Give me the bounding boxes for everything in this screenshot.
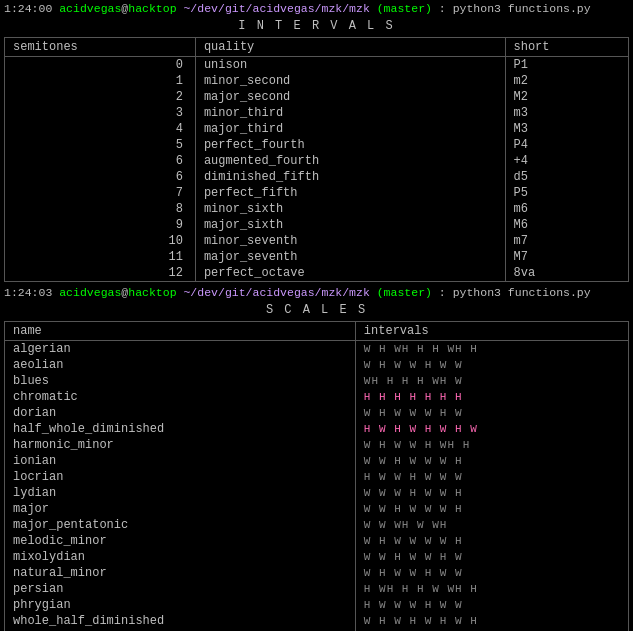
quality-cell: perfect_octave — [195, 265, 505, 281]
intervals-table: semitones quality short 0 unison P1 1 mi… — [5, 38, 628, 281]
semitones-cell: 8 — [5, 201, 195, 217]
prompt-branch-2: (master) — [377, 286, 432, 299]
scale-intervals-cell: W W H W W H W — [355, 549, 628, 565]
scale-intervals-cell: WH H H H WH W — [355, 373, 628, 389]
prompt-host-1: hacktop — [128, 2, 176, 15]
semitones-cell: 9 — [5, 217, 195, 233]
short-cell: P5 — [505, 185, 628, 201]
scales-table-row: major W W H W W W H — [5, 501, 628, 517]
quality-cell: major_sixth — [195, 217, 505, 233]
terminal: 1:24:00 acidvegas @ hacktop ~/dev/git/ac… — [0, 0, 633, 631]
scale-intervals-cell: W H W W H WH H — [355, 437, 628, 453]
quality-cell: augmented_fourth — [195, 153, 505, 169]
scale-name-cell: lydian — [5, 485, 355, 501]
scales-table-row: phrygian H W W W H W W — [5, 597, 628, 613]
scale-name-cell: melodic_minor — [5, 533, 355, 549]
table-row: 12 perfect_octave 8va — [5, 265, 628, 281]
scale-intervals-cell: H W W W H W W — [355, 597, 628, 613]
quality-cell: perfect_fourth — [195, 137, 505, 153]
scales-table-row: algerian W H WH H H WH H — [5, 341, 628, 358]
scale-intervals-cell: W W H W W W H — [355, 453, 628, 469]
prompt-line-2: 1:24:03 acidvegas @ hacktop ~/dev/git/ac… — [0, 284, 633, 301]
semitones-cell: 2 — [5, 89, 195, 105]
scale-name-cell: major — [5, 501, 355, 517]
scale-name-cell: phrygian — [5, 597, 355, 613]
table-row: 5 perfect_fourth P4 — [5, 137, 628, 153]
short-cell: m7 — [505, 233, 628, 249]
semitones-cell: 5 — [5, 137, 195, 153]
semitones-cell: 11 — [5, 249, 195, 265]
scale-name-cell: algerian — [5, 341, 355, 358]
short-cell: M2 — [505, 89, 628, 105]
scale-name-cell: major_pentatonic — [5, 517, 355, 533]
short-cell: 8va — [505, 265, 628, 281]
short-cell: m2 — [505, 73, 628, 89]
table-row: 6 diminished_fifth d5 — [5, 169, 628, 185]
scale-intervals-cell: W H WH H H WH H — [355, 341, 628, 358]
intervals-col-semitones: semitones — [5, 38, 195, 57]
scale-intervals-cell: W H W W H W W — [355, 565, 628, 581]
scales-table-container: name intervals algerian W H WH H H WH H … — [4, 321, 629, 631]
scale-name-cell: ionian — [5, 453, 355, 469]
scale-intervals-cell: W W WH W WH — [355, 517, 628, 533]
prompt-cmd-1: : python3 functions.py — [439, 2, 591, 15]
quality-cell: perfect_fifth — [195, 185, 505, 201]
short-cell: d5 — [505, 169, 628, 185]
scales-table-row: locrian H W W H W W W — [5, 469, 628, 485]
prompt-user-1: acidvegas — [59, 2, 121, 15]
prompt-line-1: 1:24:00 acidvegas @ hacktop ~/dev/git/ac… — [0, 0, 633, 17]
table-row: 7 perfect_fifth P5 — [5, 185, 628, 201]
quality-cell: major_third — [195, 121, 505, 137]
table-row: 1 minor_second m2 — [5, 73, 628, 89]
short-cell: M3 — [505, 121, 628, 137]
scale-name-cell: chromatic — [5, 389, 355, 405]
scale-name-cell: harmonic_minor — [5, 437, 355, 453]
scale-intervals-cell: W H W H W H W H — [355, 613, 628, 629]
short-cell: m3 — [505, 105, 628, 121]
semitones-cell: 3 — [5, 105, 195, 121]
scales-table-row: whole_half_diminished W H W H W H W H — [5, 613, 628, 629]
semitones-cell: 6 — [5, 153, 195, 169]
table-row: 8 minor_sixth m6 — [5, 201, 628, 217]
intervals-table-container: semitones quality short 0 unison P1 1 mi… — [4, 37, 629, 282]
scale-name-cell: whole_half_diminished — [5, 613, 355, 629]
table-row: 9 major_sixth M6 — [5, 217, 628, 233]
scale-name-cell: locrian — [5, 469, 355, 485]
quality-cell: major_seventh — [195, 249, 505, 265]
scales-table-row: chromatic H H H H H H H — [5, 389, 628, 405]
scale-intervals-cell: H WH H H W WH H — [355, 581, 628, 597]
semitones-cell: 0 — [5, 57, 195, 74]
prompt-at-2: @ — [121, 286, 128, 299]
prompt-user-2: acidvegas — [59, 286, 121, 299]
table-row: 11 major_seventh M7 — [5, 249, 628, 265]
quality-cell: diminished_fifth — [195, 169, 505, 185]
table-row: 4 major_third M3 — [5, 121, 628, 137]
scale-name-cell: dorian — [5, 405, 355, 421]
scales-table-row: harmonic_minor W H W W H WH H — [5, 437, 628, 453]
quality-cell: minor_third — [195, 105, 505, 121]
scale-intervals-cell: W H W W H W W — [355, 357, 628, 373]
table-row: 0 unison P1 — [5, 57, 628, 74]
prompt-path-2: ~/dev/git/acidvegas/mzk/mzk — [183, 286, 369, 299]
short-cell: m6 — [505, 201, 628, 217]
scale-intervals-cell: H W H W H W H W — [355, 421, 628, 437]
prompt-branch-1: (master) — [377, 2, 432, 15]
quality-cell: major_second — [195, 89, 505, 105]
scales-table-row: dorian W H W W W H W — [5, 405, 628, 421]
scales-table-row: ionian W W H W W W H — [5, 453, 628, 469]
scale-intervals-cell: W H W W W W H — [355, 533, 628, 549]
semitones-cell: 6 — [5, 169, 195, 185]
scale-name-cell: blues — [5, 373, 355, 389]
quality-cell: minor_sixth — [195, 201, 505, 217]
quality-cell: unison — [195, 57, 505, 74]
quality-cell: minor_second — [195, 73, 505, 89]
short-cell: M6 — [505, 217, 628, 233]
scales-table-row: melodic_minor W H W W W W H — [5, 533, 628, 549]
quality-cell: minor_seventh — [195, 233, 505, 249]
scales-table-row: lydian W W W H W W H — [5, 485, 628, 501]
section2-title: S C A L E S — [0, 301, 633, 319]
scales-table-row: blues WH H H H WH W — [5, 373, 628, 389]
short-cell: +4 — [505, 153, 628, 169]
table-row: 3 minor_third m3 — [5, 105, 628, 121]
scales-col-intervals: intervals — [355, 322, 628, 341]
